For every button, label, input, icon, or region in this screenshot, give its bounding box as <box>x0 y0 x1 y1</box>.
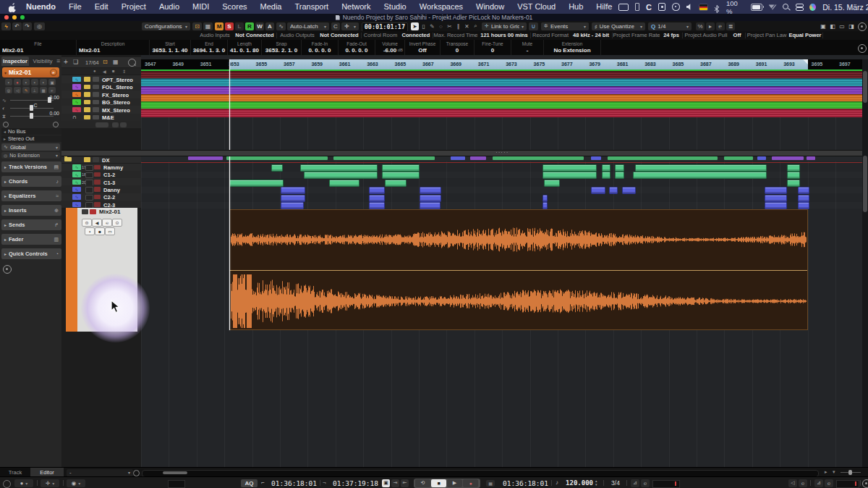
edit-history-button[interactable]: ◎ <box>34 22 45 30</box>
info-control-room-value[interactable]: Connected <box>399 31 433 40</box>
inspector-section-chords[interactable]: ▸Chords♪ <box>1 176 61 187</box>
mute-button[interactable]: ▪ <box>5 79 12 85</box>
click-setup-button[interactable]: ℮ <box>825 479 833 487</box>
name-color-button[interactable] <box>84 85 90 90</box>
edit-button[interactable]: ℮ <box>48 87 56 93</box>
pill-button[interactable] <box>120 122 127 127</box>
stop-button[interactable]: ■ <box>431 479 446 487</box>
right-zone-toggle[interactable]: ▭ <box>838 22 846 30</box>
record-mode-select[interactable]: ●▾ <box>14 479 33 487</box>
siri-icon[interactable] <box>809 4 816 11</box>
gear-icon[interactable] <box>3 265 12 274</box>
field-snap[interactable]: Snap3653. 2. 1. 0 <box>262 40 302 55</box>
field-file[interactable]: FileMix2-01 <box>0 40 77 55</box>
record-enable-button[interactable] <box>90 209 96 214</box>
field-value[interactable]: Mix2-01 <box>2 47 76 54</box>
zoom-button[interactable] <box>20 15 25 20</box>
tab-inspector[interactable]: Inspector <box>1 56 29 66</box>
gear-icon[interactable] <box>858 22 867 31</box>
field-length[interactable]: Length41. 0. 1. 80 <box>228 40 262 55</box>
menu-item-file[interactable]: File <box>62 0 88 14</box>
menu-item-media[interactable]: Media <box>254 0 289 14</box>
global-section-bar[interactable]: ∿Global▾ <box>1 143 60 151</box>
subrow-icon[interactable]: ◀ <box>103 69 106 74</box>
left-locator-time[interactable]: 01:36:18:01 <box>266 479 317 487</box>
midi-clip[interactable] <box>304 172 378 179</box>
dx-event[interactable] <box>724 156 753 160</box>
box-icon[interactable] <box>658 3 665 11</box>
delay-slider-handle[interactable] <box>30 113 33 119</box>
track-control-button[interactable]: ▪ <box>85 227 95 235</box>
control-center-icon[interactable] <box>796 4 803 10</box>
name-color-button[interactable] <box>84 77 90 82</box>
track-state-l-button[interactable]: L <box>235 22 244 30</box>
mute-button[interactable] <box>85 165 93 172</box>
field-fade-in[interactable]: Fade-In0. 0. 0. 0 <box>302 40 339 55</box>
menu-item-hilfe[interactable]: Hilfe <box>590 0 618 14</box>
field-value[interactable]: - <box>511 47 543 54</box>
draw-tool[interactable]: ✎ <box>428 22 436 30</box>
menu-item-hub[interactable]: Hub <box>562 0 590 14</box>
metronome-setup-button[interactable]: ℮ <box>641 479 650 487</box>
dx-event[interactable] <box>470 156 486 160</box>
menu-item-studio[interactable]: Studio <box>378 0 413 14</box>
minimize-button[interactable] <box>12 15 17 20</box>
midi-clip[interactable] <box>591 187 605 194</box>
time-signature-display[interactable]: 3/4 <box>608 479 624 487</box>
volume-icon[interactable] <box>686 4 693 10</box>
field-value[interactable]: 0. 0. 0. 0 <box>339 47 375 54</box>
link-to-grid-select[interactable]: ✛Link to Grid▾ <box>482 22 527 30</box>
name-color-button[interactable] <box>84 107 90 112</box>
monitor-speaker-button[interactable]: ◁ <box>14 87 21 93</box>
name-color-button[interactable] <box>84 157 90 162</box>
record-enable-button[interactable] <box>94 195 101 200</box>
lock-icon[interactable]: ⊡ <box>103 59 108 65</box>
monitor-button[interactable] <box>93 107 99 112</box>
grid-button[interactable]: ▦ <box>40 87 47 93</box>
track-control-button[interactable]: ⊙ <box>112 219 122 227</box>
inspector-menu-icon[interactable]: ≡ <box>56 57 61 65</box>
window-title-bar[interactable]: Nuendo Project by Saro Sahihi - Projekt … <box>0 14 868 21</box>
midi-clip[interactable] <box>420 202 441 209</box>
dx-event[interactable] <box>591 156 601 160</box>
field-description[interactable]: DescriptionMix2-01 <box>77 40 150 55</box>
info-audio-outputs-value[interactable]: Not Connected <box>318 31 361 40</box>
scrollbar-thumb[interactable] <box>863 71 867 103</box>
monitor-button[interactable] <box>93 157 99 162</box>
pane-splitter[interactable]: ····· <box>61 150 862 156</box>
midi-clip[interactable] <box>602 164 610 172</box>
insert-cycle-mode-select[interactable]: ✛▾ <box>41 479 59 487</box>
audio-record-mode-select[interactable]: ◉▾ <box>67 479 85 487</box>
listen-button[interactable]: ▪ <box>31 79 38 85</box>
monitor-button[interactable]: ▪ <box>40 79 47 85</box>
audio-event-mix2-01[interactable] <box>229 209 808 330</box>
midi-clip[interactable] <box>765 195 787 202</box>
midi-clip[interactable] <box>229 180 284 187</box>
midi-clip[interactable] <box>602 172 610 179</box>
menu-item-project[interactable]: Project <box>115 0 153 14</box>
field-mute[interactable]: Mute- <box>511 40 544 55</box>
track-control-button[interactable]: ⊜ <box>82 219 92 227</box>
input-routing-row[interactable]: ◂No Bus <box>1 128 61 135</box>
dx-event[interactable] <box>451 156 465 160</box>
range-selection-tool[interactable]: ▯ <box>420 22 427 30</box>
midi-clip[interactable] <box>544 180 560 187</box>
dx-event[interactable] <box>226 156 328 160</box>
mute-button[interactable] <box>82 209 88 214</box>
midi-clip[interactable] <box>382 172 420 179</box>
redo-button[interactable]: ↷ <box>22 22 32 30</box>
record-enable-button[interactable]: ● <box>14 79 21 85</box>
field-invert-phase[interactable]: Invert PhaseOff <box>405 40 441 55</box>
infoline-toggle-button[interactable]: ≣ <box>726 22 735 30</box>
midi-clip[interactable] <box>369 195 385 202</box>
input-gain-knob[interactable] <box>3 122 9 127</box>
freeze-button[interactable]: ◎ <box>5 87 12 93</box>
track-state-a-button[interactable]: A <box>265 22 274 30</box>
track-control-button[interactable]: ▭ <box>105 227 115 235</box>
midi-clip[interactable] <box>798 195 809 202</box>
battery-slim-icon[interactable] <box>635 3 639 11</box>
pill-button[interactable] <box>95 122 109 127</box>
german-flag-icon[interactable] <box>699 4 707 10</box>
monitor-button[interactable] <box>93 77 99 82</box>
record-enable-button[interactable] <box>94 187 101 192</box>
